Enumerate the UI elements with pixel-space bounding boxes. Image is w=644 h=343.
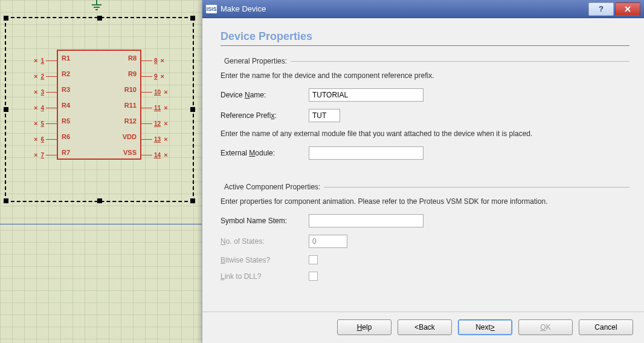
wizard-button-bar: Help <Back Next> OK Cancel <box>202 312 644 343</box>
device-name-input[interactable] <box>309 88 423 102</box>
window-close-button[interactable] <box>615 2 640 16</box>
pin-label: R7 <box>62 149 70 156</box>
reference-prefix-label: Reference Prefix: <box>221 111 309 120</box>
group-legend: Active Component Properties: <box>221 183 324 191</box>
pin[interactable]: 14× <box>140 151 170 158</box>
resize-handle[interactable] <box>97 198 102 203</box>
link-to-dll-label: Link to DLL? <box>221 272 309 281</box>
window-help-button[interactable]: ? <box>588 2 614 16</box>
pin[interactable]: ×1 <box>28 57 58 64</box>
pin-label: VSS <box>123 149 137 156</box>
pin[interactable]: 8× <box>140 57 170 64</box>
chip-component[interactable]: ×1 R1 ×2 R2 ×3 R3 ×4 R4 ×5 R5 ×6 R6 ×7 R… <box>57 50 141 160</box>
link-to-dll-checkbox <box>309 272 318 281</box>
pin-label: R4 <box>62 102 70 109</box>
pin[interactable]: ×2 <box>28 73 58 80</box>
pin-label: R12 <box>124 117 137 125</box>
group-legend: General Properties: <box>221 57 291 65</box>
bitwise-states-label: Bitwise States? <box>221 256 309 264</box>
ok-button[interactable]: OK <box>518 319 573 335</box>
bitwise-states-checkbox <box>309 255 318 264</box>
general-properties-group: General Properties: Enter the name for t… <box>221 57 630 167</box>
resize-handle[interactable] <box>4 16 8 21</box>
resize-handle[interactable] <box>190 198 195 203</box>
helper-text: Enter the name for the device and the co… <box>221 71 630 80</box>
app-icon: ISIS <box>206 5 217 13</box>
pin-label: VDD <box>123 133 137 140</box>
pin-label: R9 <box>128 70 137 77</box>
pin[interactable]: ×4 <box>28 104 58 111</box>
pin[interactable]: 12× <box>140 120 170 127</box>
back-button[interactable]: <Back <box>398 319 452 335</box>
pin-label: R8 <box>128 54 137 62</box>
pin-label: R10 <box>124 86 137 93</box>
resize-handle[interactable] <box>190 107 195 112</box>
pin-label: R11 <box>124 102 137 109</box>
helper-text: Enter the name of any external module fi… <box>221 129 630 138</box>
helper-text: Enter properties for component animation… <box>221 197 630 206</box>
resize-handle[interactable] <box>4 198 8 203</box>
external-module-input[interactable] <box>309 146 423 160</box>
next-button[interactable]: Next> <box>458 319 512 335</box>
external-module-label: External Module: <box>221 149 309 157</box>
pin[interactable]: ×3 <box>28 88 58 96</box>
pin-label: R1 <box>62 54 70 62</box>
pin-label: R5 <box>62 117 70 125</box>
dialog-body: Device Properties General Properties: En… <box>202 18 644 312</box>
reference-prefix-input[interactable] <box>309 109 340 122</box>
pin-label: R6 <box>62 133 70 140</box>
resize-handle[interactable] <box>4 107 8 112</box>
pin-label: R2 <box>62 70 70 77</box>
titlebar[interactable]: ISIS Make Device ? <box>202 0 644 18</box>
pin[interactable]: 13× <box>140 136 170 143</box>
ground-symbol-icon <box>89 0 104 13</box>
device-name-label: Device Name: <box>221 91 309 99</box>
pin[interactable]: ×5 <box>28 120 58 127</box>
make-device-dialog: ISIS Make Device ? Device Properties Gen… <box>202 0 644 343</box>
symbol-name-stem-input[interactable] <box>309 214 423 227</box>
no-of-states-label: No. of States: <box>221 237 309 246</box>
page-heading: Device Properties <box>221 30 630 46</box>
pin[interactable]: ×7 <box>28 151 58 158</box>
symbol-name-stem-label: Symbol Name Stem: <box>221 217 309 225</box>
resize-handle[interactable] <box>190 16 195 21</box>
cancel-button[interactable]: Cancel <box>579 319 633 335</box>
no-of-states-input <box>309 235 347 248</box>
pin[interactable]: ×6 <box>28 136 58 143</box>
pin[interactable]: 9× <box>140 73 170 80</box>
pin[interactable]: 11× <box>140 104 170 111</box>
pin[interactable]: 10× <box>140 88 170 96</box>
resize-handle[interactable] <box>97 16 102 21</box>
help-button[interactable]: Help <box>337 319 391 335</box>
active-component-group: Active Component Properties: Enter prope… <box>221 183 630 288</box>
dialog-title: Make Device <box>221 4 588 13</box>
pin-label: R3 <box>62 86 70 93</box>
